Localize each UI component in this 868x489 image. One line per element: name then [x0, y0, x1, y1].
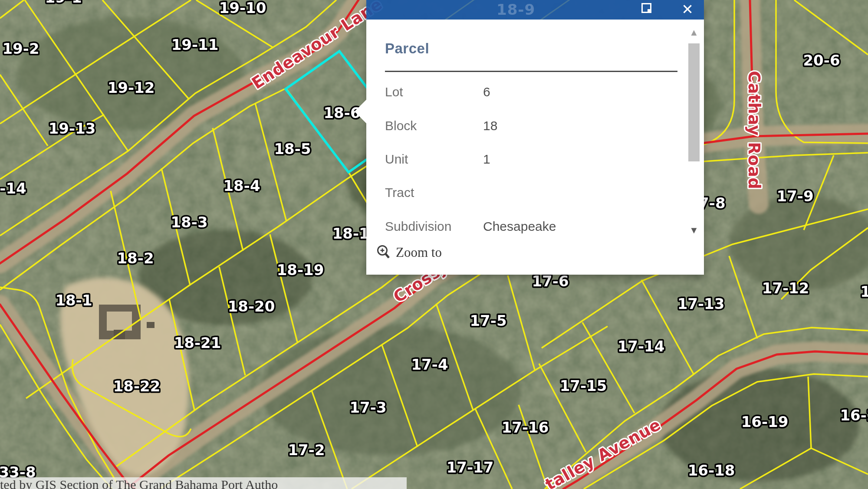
scroll-up-arrow-icon[interactable]: ▲ [689, 27, 699, 38]
parcel-label: 18-22 [113, 377, 161, 395]
parcel-label: 19-10 [219, 0, 266, 16]
parcel-label: 18-5 [274, 140, 311, 158]
zoom-in-magnifier-icon [376, 244, 391, 261]
field-row-subdivision: Subdivision Chesapeake [385, 219, 671, 236]
parcel-label: 17-12 [762, 279, 809, 297]
parcel-label: 19-11 [171, 36, 219, 53]
close-icon[interactable]: ✕ [681, 1, 694, 18]
field-row-lot: Lot 6 [385, 85, 671, 102]
ghost-parcel-label: 18-9 [496, 1, 535, 18]
parcel-label: 18-2 [117, 249, 154, 267]
popup-scrollbar: ▲ ▼ [687, 22, 701, 275]
gis-map-viewport: 19-119-1019-219-1119-1219-13-1418-618-51… [0, 0, 868, 489]
parcel-label: 16-19 [741, 413, 789, 430]
parcel-label: 17-15 [560, 377, 607, 394]
field-label: Subdivision [385, 219, 483, 236]
parcel-label: 18-19 [277, 261, 324, 279]
zoom-to-button[interactable]: Zoom to [376, 244, 442, 261]
parcel-label: 18-20 [228, 298, 275, 315]
parcel-label: 16-18 [688, 462, 735, 479]
field-row-unit: Unit 1 [385, 152, 671, 169]
field-label: Lot [385, 85, 483, 102]
field-row-tract: Tract [385, 185, 671, 203]
parcel-label: -14 [0, 180, 26, 197]
parcel-label: 17-3 [349, 399, 386, 416]
popup-body: Parcel Lot 6 Block 18 Unit 1 Tract Subdi… [366, 20, 704, 275]
parcel-label: 19-1 [45, 0, 82, 6]
parcel-info-popup: 18-9 ✕ Parcel Lot 6 Block 18 Unit 1 [366, 0, 704, 275]
field-value: 6 [483, 85, 490, 102]
parcel-label: 17-16 [502, 419, 549, 436]
parcel-label: 16-2 [840, 407, 868, 424]
parcel-label: 19-12 [108, 79, 155, 96]
parcel-label: 17-9 [776, 187, 813, 205]
field-value: 18 [483, 118, 497, 136]
field-label: Unit [385, 152, 483, 169]
parcel-label: 17-2 [288, 441, 325, 459]
popup-header[interactable]: 18-9 ✕ [366, 0, 704, 20]
parcel-label: 17-4 [411, 356, 448, 373]
parcel-label: 18-6 [323, 104, 360, 121]
parcel-label: 19-2 [2, 40, 39, 57]
parcel-label: 17-13 [677, 295, 725, 312]
field-label: Block [385, 118, 483, 136]
parcel-label: 20-6 [803, 52, 840, 69]
map-attribution: ted by GIS Section of The Grand Bahama P… [0, 477, 407, 489]
parcel-label: 19-13 [49, 120, 96, 137]
zoom-to-label: Zoom to [396, 245, 442, 260]
field-value: 1 [483, 152, 490, 169]
parcel-label: 17-6 [532, 272, 569, 290]
scroll-down-arrow-icon[interactable]: ▼ [689, 225, 699, 236]
road-name-label: Cathay Road [745, 71, 763, 189]
parcel-label: 18-1 [55, 292, 92, 309]
dock-icon[interactable] [641, 3, 652, 13]
parcel-label: 17-14 [618, 338, 665, 355]
field-label: Tract [385, 185, 483, 203]
parcel-label: 18-21 [174, 334, 221, 351]
parcel-label: 18-3 [171, 213, 207, 231]
field-value: Chesapeake [483, 219, 556, 236]
title-divider [385, 71, 677, 72]
field-row-block: Block 18 [385, 118, 671, 136]
scrollbar-thumb[interactable] [688, 43, 700, 161]
popup-title: Parcel [385, 40, 429, 57]
parcel-label: 17-5 [470, 312, 506, 329]
parcel-label: 1 [860, 283, 868, 300]
parcel-label: 17-17 [447, 459, 494, 476]
parcel-label: 18-4 [223, 177, 260, 194]
